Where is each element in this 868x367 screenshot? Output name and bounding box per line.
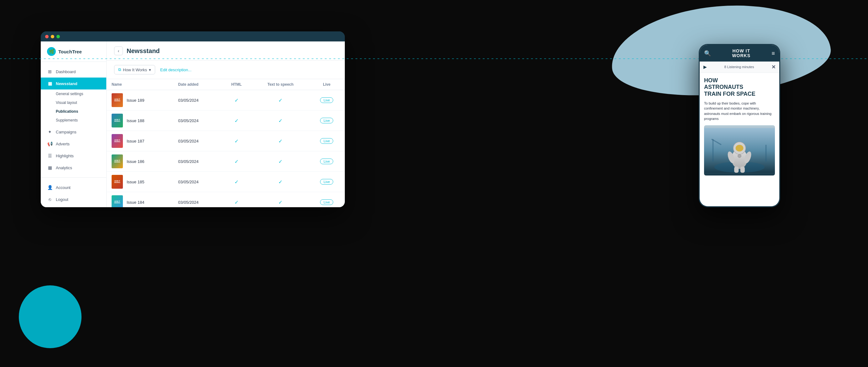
col-live: Live [308, 79, 345, 90]
cell-tts: ✓ [252, 151, 308, 172]
background-blob-bottom [19, 285, 82, 348]
cell-date: 03/05/2024 [173, 151, 220, 172]
mobile-search-icon[interactable]: 🔍 [704, 50, 711, 57]
mobile-publication-name: HOW IT WORKS [732, 49, 750, 58]
live-badge: Live [320, 199, 333, 205]
svg-point-4 [736, 145, 744, 151]
sub-nav-visual-layout[interactable]: Visual layout [41, 98, 106, 107]
back-button[interactable]: ‹ [114, 47, 123, 55]
cell-html: ✓ [220, 151, 252, 172]
cell-name: HOW IT WORKS Issue 187 [106, 131, 173, 151]
issue-cover: HOW IT WORKS [112, 114, 123, 128]
cell-name: HOW IT WORKS Issue 188 [106, 111, 173, 131]
cell-html: ✓ [220, 192, 252, 207]
sub-nav-general-settings[interactable]: General settings [41, 89, 106, 98]
main-content: ‹ Newsstand ⧉ How It Works ▾ Edit descri… [106, 41, 345, 207]
table-header-row: Name Date added HTML Text to speech Live [106, 79, 345, 90]
svg-rect-7 [734, 166, 739, 173]
cell-name: HOW IT WORKS Issue 185 [106, 172, 173, 192]
newsstand-icon: ▦ [47, 81, 53, 86]
cell-date: 03/05/2024 [173, 192, 220, 207]
html-check-icon: ✓ [235, 138, 239, 144]
sidebar-item-analytics[interactable]: ▦ Analytics [41, 162, 106, 174]
sidebar-nav: ⊞ Dashboard ▦ Newsstand General settings… [41, 62, 106, 177]
cell-live: Live [308, 131, 345, 151]
sidebar-item-adverts[interactable]: 📢 Adverts [41, 138, 106, 150]
cell-live: Live [308, 192, 345, 207]
cell-html: ✓ [220, 111, 252, 131]
html-check-icon: ✓ [235, 118, 239, 123]
mobile-screen: 🔍 HOW IT WORKS ≡ ▶ 8 Listening minutes ✕… [700, 45, 779, 206]
filter-bar: ⧉ How It Works ▾ Edit description... [106, 61, 345, 79]
mobile-article: HOW ASTRONAUTS TRAIN FOR SPACE To build … [700, 73, 779, 206]
close-button[interactable]: ✕ [771, 64, 776, 70]
html-check-icon: ✓ [235, 159, 239, 164]
table-row[interactable]: HOW IT WORKS Issue 186 03/05/2024 ✓ ✓ Li… [106, 151, 345, 172]
filter-icon: ⧉ [118, 67, 121, 72]
table-row[interactable]: HOW IT WORKS Issue 189 03/05/2024 ✓ ✓ Li… [106, 90, 345, 111]
cell-date: 03/05/2024 [173, 131, 220, 151]
sub-nav-publications[interactable]: Publications [41, 107, 106, 116]
listening-minutes: 8 Listening minutes [724, 65, 754, 69]
astronaut-illustration [704, 125, 775, 175]
campaigns-icon: ✦ [47, 129, 53, 135]
col-tts: Text to speech [252, 79, 308, 90]
tts-check-icon: ✓ [278, 200, 282, 205]
html-check-icon: ✓ [235, 200, 239, 205]
tts-check-icon: ✓ [278, 179, 282, 185]
table-row[interactable]: HOW IT WORKS Issue 185 03/05/2024 ✓ ✓ Li… [106, 172, 345, 192]
sidebar-item-label-newsstand: Newsstand [56, 81, 78, 86]
cell-tts: ✓ [252, 131, 308, 151]
cell-html: ✓ [220, 172, 252, 192]
sub-nav-supplements[interactable]: Supplements [41, 116, 106, 124]
cell-html: ✓ [220, 131, 252, 151]
live-badge: Live [320, 159, 333, 164]
article-description: To build up their bodies, cope with conf… [704, 101, 775, 121]
cell-name: HOW IT WORKS Issue 184 [106, 192, 173, 207]
issue-cover: HOW IT WORKS [112, 195, 123, 207]
cell-live: Live [308, 172, 345, 192]
tts-check-icon: ✓ [278, 97, 282, 103]
col-name: Name [106, 79, 173, 90]
sidebar-item-account[interactable]: 👤 Account [41, 181, 106, 193]
issue-cover: HOW IT WORKS [112, 93, 123, 107]
mobile-menu-icon[interactable]: ≡ [771, 50, 775, 57]
tts-check-icon: ✓ [278, 118, 282, 123]
app-content: 🌿 TouchTree ⊞ Dashboard ▦ Newsstand Gen [41, 41, 345, 207]
publications-table: Name Date added HTML Text to speech Live… [106, 79, 345, 207]
browser-chrome [41, 31, 345, 41]
sidebar-item-newsstand[interactable]: ▦ Newsstand [41, 78, 106, 89]
sidebar-item-dashboard[interactable]: ⊞ Dashboard [41, 66, 106, 78]
issue-cover: HOW IT WORKS [112, 175, 123, 189]
table-row[interactable]: HOW IT WORKS Issue 187 03/05/2024 ✓ ✓ Li… [106, 131, 345, 151]
play-button[interactable]: ▶ [704, 64, 707, 69]
cell-tts: ✓ [252, 192, 308, 207]
issue-name: Issue 187 [127, 139, 144, 143]
filter-label: How It Works [123, 67, 147, 72]
table-row[interactable]: HOW IT WORKS Issue 188 03/05/2024 ✓ ✓ Li… [106, 111, 345, 131]
logout-icon: ⎋ [47, 197, 53, 202]
analytics-icon: ▦ [47, 165, 53, 170]
account-icon: 👤 [47, 185, 53, 190]
html-check-icon: ✓ [235, 179, 239, 185]
cell-tts: ✓ [252, 172, 308, 192]
issue-name: Issue 184 [127, 200, 144, 205]
browser-minimize-dot [51, 35, 54, 38]
sidebar-item-logout[interactable]: ⎋ Logout [41, 193, 106, 205]
sidebar-item-highlights[interactable]: ☰ Highlights [41, 150, 106, 162]
col-date: Date added [173, 79, 220, 90]
sidebar-item-campaigns[interactable]: ✦ Campaigns [41, 126, 106, 138]
sidebar-bottom: 👤 Account ⎋ Logout [41, 177, 106, 207]
chevron-down-icon: ▾ [149, 67, 151, 72]
tts-check-icon: ✓ [278, 159, 282, 164]
edit-description-link[interactable]: Edit description... [160, 67, 191, 72]
issue-cover: HOW IT WORKS [112, 154, 123, 168]
cell-date: 03/05/2024 [173, 111, 220, 131]
sub-nav-label-visual: Visual layout [56, 101, 77, 105]
cell-html: ✓ [220, 90, 252, 111]
table-row[interactable]: HOW IT WORKS Issue 184 03/05/2024 ✓ ✓ Li… [106, 192, 345, 207]
filter-dropdown[interactable]: ⧉ How It Works ▾ [114, 65, 155, 75]
adverts-icon: 📢 [47, 141, 53, 147]
cell-live: Live [308, 90, 345, 111]
sidebar-item-label-highlights: Highlights [56, 153, 74, 158]
